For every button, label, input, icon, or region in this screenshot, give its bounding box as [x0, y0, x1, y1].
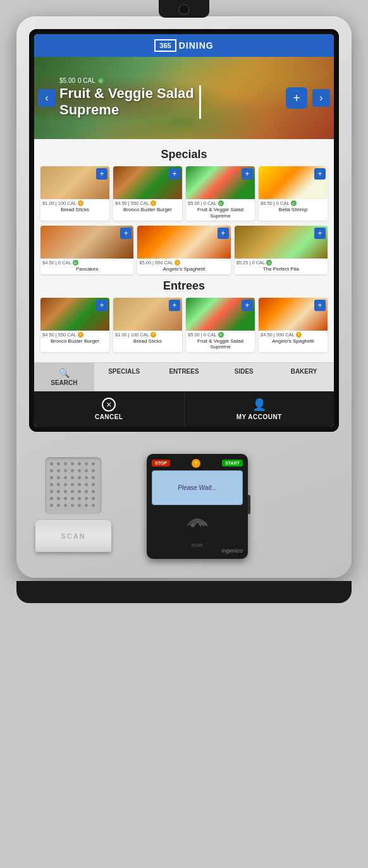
item-card: + $5.00 | 0 CAL G Fruit & Veggie Salad S… — [186, 298, 255, 352]
tab-specials[interactable]: SPECIALS — [94, 363, 154, 391]
hero-title: Fruit & Veggie Salad Supreme — [59, 85, 201, 119]
item-image: + — [113, 166, 182, 199]
item-add-button[interactable]: + — [169, 300, 180, 311]
speaker-dot — [64, 483, 67, 486]
svg-point-0 — [191, 523, 195, 527]
speaker-dot — [57, 490, 60, 493]
hero-prev-button[interactable]: ‹ — [38, 89, 56, 107]
item-add-button[interactable]: + — [218, 228, 229, 239]
item-cal-badge: Y — [78, 332, 83, 338]
item-name: Pancakes — [40, 266, 133, 274]
speaker-dot — [92, 476, 95, 479]
tab-bakery[interactable]: BAKERY — [274, 363, 334, 391]
speaker-dot — [50, 469, 53, 472]
speaker-dot — [85, 490, 88, 493]
action-my_account-button[interactable]: 👤 MY ACCOUNT — [185, 391, 334, 427]
reader-start-button[interactable]: START — [222, 460, 243, 467]
item-cal: 0 CAL — [58, 260, 71, 266]
item-add-button[interactable]: + — [96, 300, 107, 311]
speaker-dot — [85, 504, 88, 507]
speaker-dot — [50, 504, 53, 507]
camera-lens — [178, 4, 190, 15]
speaker-dot — [78, 462, 81, 465]
tab-label: ENTREES — [169, 368, 199, 375]
item-card: + $5.00 | 0 CAL G Fruit & Veggie Salad S… — [186, 166, 255, 221]
account-icon: 👤 — [252, 398, 266, 412]
item-cal: 0 CAL — [204, 200, 217, 206]
camera-housing — [159, 0, 209, 18]
item-price: $6.50 — [261, 200, 273, 206]
item-add-button[interactable]: + — [96, 168, 107, 180]
speaker-dot — [78, 483, 81, 486]
item-add-button[interactable]: + — [242, 300, 253, 311]
item-price: $4.50 — [115, 200, 127, 206]
speaker-section: SCAN — [35, 457, 111, 552]
speaker-dot — [92, 462, 95, 465]
item-image: + — [40, 226, 133, 259]
menu-area: Specials + $1.00 | 100 CAL Y Bread Stick… — [34, 139, 334, 362]
nav-tabs: 🔍SEARCHSPECIALSENTREESSIDESBAKERY — [34, 362, 334, 391]
speaker-dot — [92, 469, 95, 472]
item-cal-badge: G — [73, 260, 78, 266]
speaker-dot — [92, 490, 95, 493]
tab-label: BAKERY — [291, 368, 317, 375]
item-image: + — [40, 298, 109, 331]
logo-text: DINING — [179, 40, 214, 51]
speaker-dot — [92, 504, 95, 507]
item-cal-badge: G — [266, 260, 272, 266]
speaker-dot — [50, 490, 53, 493]
item-image: + — [113, 298, 182, 331]
item-add-button[interactable]: + — [242, 168, 253, 180]
speaker-dot — [92, 497, 95, 500]
speaker-dot — [57, 469, 60, 472]
tab-label: SIDES — [235, 368, 254, 375]
item-name: Bronco Buster Burger — [40, 338, 109, 346]
hero-next-button[interactable]: › — [312, 89, 330, 107]
speaker-dot — [50, 476, 53, 479]
speaker-dot — [50, 462, 53, 465]
speaker-dot — [57, 483, 60, 486]
reader-brand: ingenico — [152, 547, 243, 554]
action-cancel-button[interactable]: × CANCEL — [34, 391, 185, 427]
kiosk-device: 365 DINING ‹ $5.00 0 CAL G — [7, 0, 361, 603]
speaker-dot — [57, 476, 60, 479]
hero-cal: 0 CAL — [78, 77, 95, 84]
item-add-button[interactable]: + — [169, 168, 180, 180]
specials-grid-row2: + $4.50 | 0 CAL G Pancakes + $5.00 | 950… — [40, 226, 328, 274]
item-price-cal: $5.00 | 0 CAL G — [186, 331, 255, 338]
item-add-button[interactable]: + — [314, 228, 326, 239]
speaker-dot — [78, 490, 81, 493]
reader-stop-button[interactable]: STOP — [152, 460, 170, 467]
hero-banner: ‹ $5.00 0 CAL G Fruit & Veggie Salad Sup… — [34, 57, 334, 139]
kiosk-body: 365 DINING ‹ $5.00 0 CAL G — [16, 16, 352, 578]
speaker-dot — [85, 469, 88, 472]
tab-search[interactable]: 🔍SEARCH — [34, 363, 94, 391]
item-add-button[interactable]: + — [314, 168, 326, 180]
reader-help-button[interactable]: ? — [192, 459, 200, 468]
item-cal: 550 CAL — [131, 200, 149, 206]
item-price-cal: $5.00 | 0 CAL G — [186, 199, 255, 206]
speaker-dot — [71, 490, 74, 493]
cancel-icon: × — [102, 398, 116, 412]
item-add-button[interactable]: + — [314, 300, 326, 311]
tab-sides[interactable]: SIDES — [214, 363, 274, 391]
scan-tray: SCAN — [35, 520, 111, 552]
speaker-dot — [57, 504, 60, 507]
item-cal-badge: G — [218, 200, 224, 206]
speaker-dot — [71, 497, 74, 500]
item-price: $1.00 — [115, 332, 127, 338]
hero-add-button[interactable]: + — [286, 87, 307, 109]
speaker-dot — [57, 462, 60, 465]
item-name: Angelo's Spaghetti — [259, 338, 328, 346]
specials-grid-row1: + $1.00 | 100 CAL Y Bread Sticks + $4.50… — [40, 166, 328, 221]
tab-entrees[interactable]: ENTREES — [154, 363, 214, 391]
item-card: + $5.25 | 0 CAL G The Perfect Pita — [235, 226, 328, 274]
account-label: MY ACCOUNT — [236, 413, 282, 420]
item-cal-badge: Y — [78, 200, 83, 206]
item-cal: 950 CAL — [155, 260, 173, 266]
item-image: + — [235, 226, 328, 259]
bottom-actions: × CANCEL 👤 MY ACCOUNT — [34, 391, 334, 427]
item-add-button[interactable]: + — [120, 228, 132, 239]
screen-bezel: 365 DINING ‹ $5.00 0 CAL G — [29, 29, 339, 432]
item-name: Fruit & Veggie Salad Supreme — [186, 338, 255, 352]
